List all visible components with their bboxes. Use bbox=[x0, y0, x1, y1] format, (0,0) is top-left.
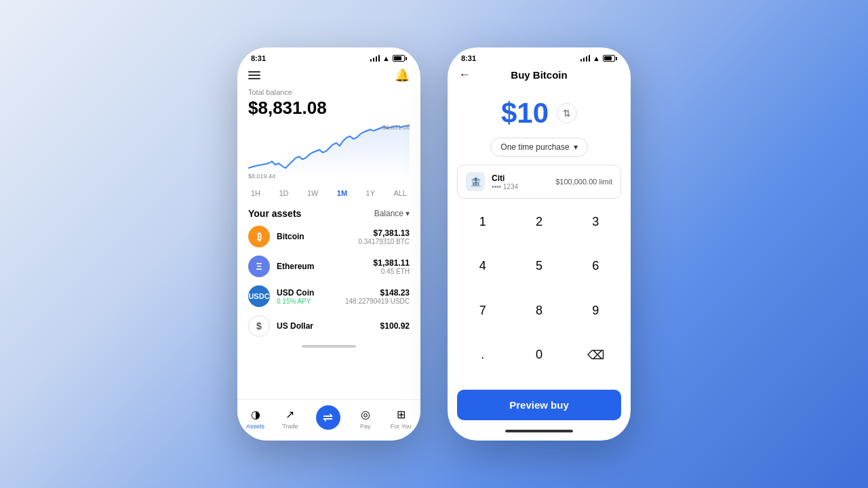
eth-info: Ethereum bbox=[277, 262, 367, 271]
usd-icon: $ bbox=[248, 315, 270, 337]
wifi-icon-right: ▲ bbox=[593, 54, 600, 62]
balance-filter[interactable]: Balance ▾ bbox=[374, 209, 410, 218]
btc-icon: ₿ bbox=[248, 226, 270, 247]
filter-all[interactable]: ALL bbox=[391, 188, 410, 199]
chart-max-label: $8,831.08 bbox=[382, 124, 410, 131]
nav-trade[interactable]: ↗ Trade bbox=[282, 407, 298, 430]
nav-trade-label: Trade bbox=[282, 423, 298, 430]
key-6[interactable]: 6 bbox=[568, 251, 624, 281]
key-5[interactable]: 5 bbox=[511, 251, 567, 281]
amount-display: $10 ⇅ bbox=[448, 86, 631, 138]
key-backspace[interactable]: ⌫ bbox=[568, 340, 624, 370]
bank-limit: $100,000.00 limit bbox=[555, 178, 612, 186]
filter-1m[interactable]: 1M bbox=[334, 188, 350, 199]
purchase-type-selector: One time purchase ▾ bbox=[448, 138, 631, 157]
btc-info: Bitcoin bbox=[277, 232, 351, 241]
battery-icon-right bbox=[603, 55, 617, 62]
bank-info: Citi •••• 1234 bbox=[492, 174, 549, 190]
purchase-dropdown[interactable]: One time purchase ▾ bbox=[490, 138, 587, 157]
eth-icon: Ξ bbox=[248, 256, 270, 277]
asset-row-btc[interactable]: ₿ Bitcoin $7,381.13 0.34179310 BTC bbox=[248, 226, 410, 247]
swap-button[interactable]: ⇅ bbox=[557, 103, 577, 123]
filter-1w[interactable]: 1W bbox=[304, 188, 321, 199]
usd-info: US Dollar bbox=[277, 321, 374, 331]
time-right: 8:31 bbox=[461, 54, 476, 62]
usdc-values: $148.23 148.22790419 USDC bbox=[345, 288, 410, 305]
signal-icon-right bbox=[580, 55, 591, 62]
nav-foryou-label: For You bbox=[391, 423, 412, 430]
dropdown-arrow-icon: ▾ bbox=[574, 142, 578, 152]
wifi-icon: ▲ bbox=[382, 54, 390, 62]
left-phone: 8:31 ▲ 🔔 Total balance $8,831.08 bbox=[237, 47, 420, 441]
top-nav: 🔔 bbox=[248, 65, 410, 88]
time-left: 8:31 bbox=[251, 54, 266, 62]
btc-values: $7,381.13 0.34179310 BTC bbox=[358, 228, 410, 245]
usdc-info: USD Coin 0.15% APY bbox=[277, 288, 338, 305]
swap-icon: ⇅ bbox=[563, 108, 571, 119]
signal-icon bbox=[370, 55, 380, 62]
home-indicator bbox=[302, 345, 356, 348]
nav-foryou[interactable]: ⊞ For You bbox=[391, 407, 412, 430]
buy-bitcoin-screen: ← Buy Bitcoin $10 ⇅ One time purchase ▾ … bbox=[448, 65, 631, 436]
key-8[interactable]: 8 bbox=[511, 296, 567, 325]
status-icons-right: ▲ bbox=[580, 54, 617, 62]
assets-header: Your assets Balance ▾ bbox=[248, 208, 410, 219]
key-4[interactable]: 4 bbox=[454, 251, 511, 281]
key-9[interactable]: 9 bbox=[568, 296, 624, 325]
status-icons-left: ▲ bbox=[370, 54, 407, 62]
asset-row-eth[interactable]: Ξ Ethereum $1,381.11 0.45 ETH bbox=[248, 256, 410, 277]
amount-value: $10 bbox=[501, 97, 549, 129]
key-1[interactable]: 1 bbox=[454, 207, 511, 237]
bell-icon[interactable]: 🔔 bbox=[395, 68, 410, 83]
key-0[interactable]: 0 bbox=[511, 340, 567, 370]
usd-values: $100.92 bbox=[380, 321, 410, 331]
balance-label: Total balance bbox=[248, 88, 410, 96]
foryou-icon: ⊞ bbox=[393, 407, 408, 422]
numpad: 1 2 3 4 5 6 7 8 9 . 0 ⌫ bbox=[448, 207, 631, 384]
time-filters: 1H 1D 1W 1M 1Y ALL bbox=[248, 188, 410, 199]
key-7[interactable]: 7 bbox=[454, 296, 511, 325]
pay-icon: ◎ bbox=[358, 407, 373, 422]
bottom-nav: ◑ Assets ↗ Trade ⇌ ◎ Pay ⊞ For You bbox=[237, 399, 420, 441]
screen-header: ← Buy Bitcoin bbox=[448, 65, 631, 86]
status-bar-right: 8:31 ▲ bbox=[448, 47, 631, 65]
bank-number: •••• 1234 bbox=[492, 183, 549, 190]
usdc-icon: USDC bbox=[248, 285, 270, 307]
nav-pay[interactable]: ◎ Pay bbox=[358, 407, 373, 430]
nav-assets[interactable]: ◑ Assets bbox=[246, 407, 264, 430]
key-dot[interactable]: . bbox=[454, 340, 511, 370]
eth-values: $1,381.11 0.45 ETH bbox=[374, 258, 410, 275]
key-3[interactable]: 3 bbox=[568, 207, 624, 237]
bank-name: Citi bbox=[492, 174, 549, 183]
key-2[interactable]: 2 bbox=[511, 207, 567, 237]
chart-svg bbox=[248, 124, 410, 178]
purchase-type-label: One time purchase bbox=[500, 142, 569, 152]
nav-transfer[interactable]: ⇌ bbox=[316, 405, 340, 431]
asset-row-usd[interactable]: $ US Dollar $100.92 bbox=[248, 315, 410, 337]
back-button[interactable]: ← bbox=[458, 68, 471, 82]
balance-amount: $8,831.08 bbox=[248, 98, 410, 119]
filter-1d[interactable]: 1D bbox=[276, 188, 291, 199]
filter-1h[interactable]: 1H bbox=[248, 188, 263, 199]
page-title: Buy Bitcoin bbox=[511, 69, 567, 81]
chart-area: $8,831.08 $8,019.44 bbox=[248, 124, 410, 185]
nav-pay-label: Pay bbox=[360, 423, 371, 430]
right-phone: 8:31 ▲ ← Buy Bitcoin $10 ⇅ bbox=[448, 47, 631, 441]
menu-icon[interactable] bbox=[248, 71, 260, 79]
assets-icon: ◑ bbox=[248, 407, 263, 422]
chart-min-label: $8,019.44 bbox=[248, 173, 275, 180]
battery-icon bbox=[393, 55, 407, 62]
assets-title: Your assets bbox=[248, 208, 301, 219]
nav-assets-label: Assets bbox=[246, 423, 264, 430]
asset-row-usdc[interactable]: USDC USD Coin 0.15% APY $148.23 148.2279… bbox=[248, 285, 410, 307]
home-indicator-right bbox=[505, 430, 573, 432]
bank-icon: 🏦 bbox=[466, 172, 485, 191]
status-bar-left: 8:31 ▲ bbox=[237, 47, 420, 65]
preview-buy-button[interactable]: Preview buy bbox=[457, 390, 621, 420]
transfer-icon: ⇌ bbox=[316, 405, 340, 430]
payment-method[interactable]: 🏦 Citi •••• 1234 $100,000.00 limit bbox=[457, 165, 621, 199]
trade-icon: ↗ bbox=[283, 407, 298, 422]
chevron-down-icon: ▾ bbox=[406, 209, 410, 218]
filter-1y[interactable]: 1Y bbox=[363, 188, 378, 199]
